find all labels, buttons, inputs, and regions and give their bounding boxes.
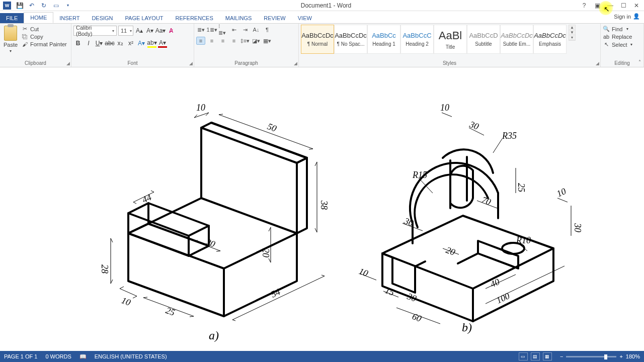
font-color-icon[interactable]: A▾ (158, 39, 167, 48)
zoom-in-icon[interactable]: + (619, 353, 622, 359)
group-editing-label: Editing (603, 60, 641, 67)
cut-button[interactable]: ✂Cut (21, 26, 67, 32)
strikethrough-icon[interactable]: abc (105, 39, 114, 48)
styles-down-icon[interactable]: ▼ (569, 30, 575, 35)
font-launcher-icon[interactable]: ◢ (189, 61, 193, 66)
sign-in-link[interactable]: Sign in👤 (614, 13, 640, 20)
print-layout-icon[interactable]: ▤ (531, 352, 540, 360)
tab-design[interactable]: DESIGN (86, 13, 119, 23)
ribbon: Paste ▾ ✂Cut ⿻Copy 🖌Format Painter Clipb… (0, 23, 644, 67)
superscript-icon[interactable]: x² (126, 39, 135, 48)
new-doc-icon[interactable]: ▭ (52, 2, 59, 9)
replace-icon: ab (603, 34, 610, 40)
subscript-icon[interactable]: x₂ (116, 39, 125, 48)
styles-up-icon[interactable]: ▲ (569, 25, 575, 30)
title-bar: W 💾 ↶ ↻ ▭ ▾ Document1 - Word ? ▣ — ☐ ✕ (0, 0, 644, 11)
align-center-icon[interactable]: ≡ (207, 37, 216, 45)
paste-more-icon[interactable]: ▾ (10, 49, 12, 53)
status-page[interactable]: PAGE 1 OF 1 (4, 353, 37, 359)
paste-button[interactable]: Paste ▾ (2, 25, 19, 53)
copy-button[interactable]: ⿻Copy (21, 34, 67, 40)
styles-launcher-icon[interactable]: ◢ (596, 61, 599, 66)
tab-review[interactable]: REVIEW (258, 13, 291, 23)
styles-gallery[interactable]: AaBbCcDc¶ NormalAaBbCcDc¶ No Spac...AaBb… (301, 25, 567, 54)
align-right-icon[interactable]: ≡ (218, 37, 227, 45)
show-marks-icon[interactable]: ¶ (263, 26, 272, 34)
bullets-icon[interactable]: ≣▾ (196, 26, 205, 34)
brush-icon: 🖌 (21, 41, 28, 47)
help-icon[interactable]: ? (581, 2, 588, 9)
minimize-icon[interactable]: — (607, 2, 614, 9)
web-layout-icon[interactable]: ▦ (543, 352, 552, 360)
multilevel-icon[interactable]: ⁝≣▾ (218, 26, 227, 34)
sort-icon[interactable]: A↓ (252, 26, 261, 34)
style-tile[interactable]: AaBbCcDc¶ No Spac... (334, 25, 367, 54)
tab-mailings[interactable]: MAILINGS (219, 13, 258, 23)
zoom-slider[interactable] (566, 356, 616, 357)
align-left-icon[interactable]: ≡ (196, 37, 205, 45)
style-tile[interactable]: AaBbCcDcSubtle Em... (500, 25, 533, 54)
line-spacing-icon[interactable]: ‡≡▾ (240, 37, 250, 45)
status-proofing-icon[interactable]: 📖 (79, 353, 87, 360)
replace-button[interactable]: abReplace (603, 34, 632, 40)
clear-formatting-icon[interactable]: A̷ (167, 26, 176, 35)
borders-icon[interactable]: ▦▾ (263, 37, 272, 45)
increase-indent-icon[interactable]: ⇥ (240, 26, 250, 34)
styles-scroll[interactable]: ▲ ▼ ▾ (569, 25, 576, 41)
style-tile[interactable]: AaBbCcDcEmphasis (533, 25, 567, 54)
ribbon-tabs: FILE HOME INSERT DESIGN PAGE LAYOUT REFE… (0, 11, 644, 23)
text-effects-icon[interactable]: A▾ (137, 39, 146, 48)
format-painter-button[interactable]: 🖌Format Painter (21, 41, 67, 47)
status-language[interactable]: ENGLISH (UNITED STATES) (95, 353, 167, 359)
decrease-indent-icon[interactable]: ⇤ (229, 26, 238, 34)
svg-text:70: 70 (480, 195, 493, 207)
grow-font-icon[interactable]: A▴ (135, 26, 144, 35)
italic-icon[interactable]: I (84, 39, 93, 48)
zoom-out-icon[interactable]: − (560, 353, 563, 359)
tab-references[interactable]: REFERENCES (170, 13, 219, 23)
style-tile[interactable]: AaBbCcDSubtitle (467, 25, 500, 54)
qat-more-icon[interactable]: ▾ (64, 2, 71, 9)
zoom-level[interactable]: 180% (626, 353, 640, 359)
maximize-icon[interactable]: ☐ (620, 2, 627, 9)
tab-home[interactable]: HOME (24, 12, 53, 23)
svg-text:10: 10 (555, 186, 568, 199)
quick-access-toolbar: W 💾 ↶ ↻ ▭ ▾ (0, 2, 71, 10)
document-area[interactable]: 10 50 38 20 54 25 10 28 44 20 a) (0, 67, 644, 350)
read-mode-icon[interactable]: ▭ (519, 352, 528, 360)
highlight-icon[interactable]: ab▾ (147, 39, 156, 48)
save-icon[interactable]: 💾 (16, 2, 23, 9)
shrink-font-icon[interactable]: A▾ (145, 26, 154, 35)
cut-icon: ✂ (21, 26, 28, 32)
style-tile[interactable]: AaBlTitle (434, 25, 467, 54)
justify-icon[interactable]: ≡ (229, 37, 238, 45)
tab-file[interactable]: FILE (0, 13, 24, 23)
find-button[interactable]: 🔍Find▾ (603, 26, 632, 32)
style-tile[interactable]: AaBbCcDc¶ Normal (301, 25, 334, 54)
style-tile[interactable]: AaBbCcHeading 1 (367, 25, 400, 54)
change-case-icon[interactable]: Aa▾ (156, 26, 165, 35)
select-button[interactable]: ↖Select▾ (603, 41, 632, 48)
select-icon: ↖ (603, 41, 610, 48)
numbering-icon[interactable]: 1≣▾ (207, 26, 216, 34)
paragraph-launcher-icon[interactable]: ◢ (294, 61, 297, 66)
font-family-select[interactable]: Calibri (Body)▾ (73, 26, 117, 36)
collapse-ribbon-icon[interactable]: ˄ (638, 59, 641, 65)
figure-a-drawing: 10 50 38 20 54 25 10 28 44 20 (96, 93, 337, 324)
close-icon[interactable]: ✕ (633, 2, 640, 9)
undo-icon[interactable]: ↶ (28, 2, 35, 9)
underline-icon[interactable]: U▾ (95, 39, 104, 48)
tab-view[interactable]: VIEW (292, 13, 318, 23)
shading-icon[interactable]: ◪▾ (252, 37, 261, 45)
redo-icon[interactable]: ↻ (40, 2, 47, 9)
ribbon-display-icon[interactable]: ▣ (594, 2, 601, 9)
clipboard-launcher-icon[interactable]: ◢ (66, 61, 70, 66)
style-tile[interactable]: AaBbCcCHeading 2 (400, 25, 434, 54)
tab-insert[interactable]: INSERT (53, 13, 86, 23)
status-words[interactable]: 0 WORDS (45, 353, 71, 359)
font-size-select[interactable]: 11▾ (118, 26, 133, 36)
tab-page-layout[interactable]: PAGE LAYOUT (119, 13, 170, 23)
styles-more-icon[interactable]: ▾ (569, 35, 575, 40)
svg-text:38: 38 (319, 200, 329, 210)
bold-icon[interactable]: B (73, 39, 83, 48)
